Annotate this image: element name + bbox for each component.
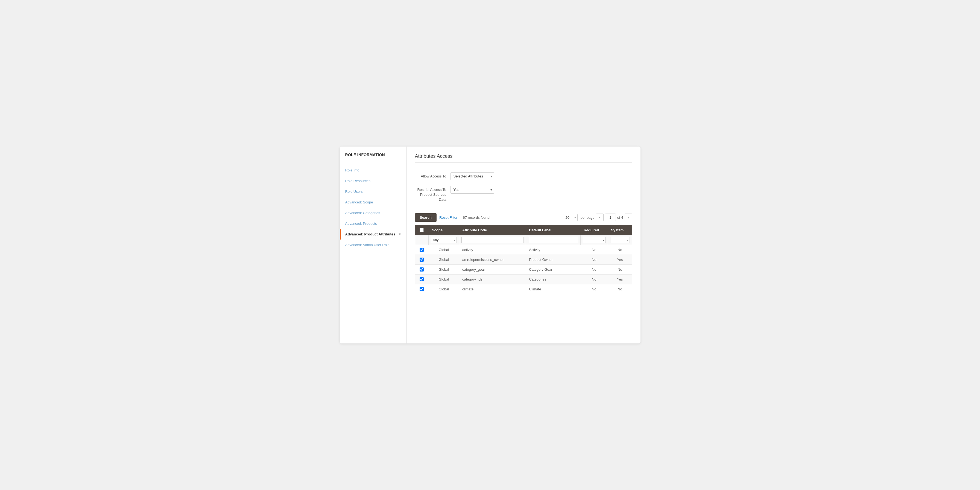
filter-scope-wrapper[interactable]: Any Global Website Store	[431, 237, 457, 243]
row-required: No	[580, 245, 608, 255]
row-scope: Global	[429, 245, 459, 255]
per-page-select-wrapper[interactable]: 20 50 100	[563, 214, 578, 221]
page-of-label: of 4	[617, 215, 623, 220]
row-checkbox[interactable]	[420, 277, 424, 282]
row-default-label: Climate	[526, 284, 580, 294]
form-section: Allow Access To All Attributes Selected …	[415, 167, 632, 213]
sidebar-link-advanced-product-attributes[interactable]: Advanced: Product Attributes ✏	[340, 229, 406, 240]
row-scope: Global	[429, 284, 459, 294]
filter-attrcode-input[interactable]	[461, 237, 523, 243]
sidebar-nav: Role Info Role Resources Role Users Adva…	[340, 162, 406, 253]
edit-icon: ✏	[399, 232, 401, 236]
row-checkbox-cell	[415, 274, 429, 284]
header-system: System	[608, 225, 632, 235]
table-row: Global activity Activity No No	[415, 245, 632, 255]
row-required: No	[580, 274, 608, 284]
sidebar: ROLE INFORMATION Role Info Role Resource…	[340, 146, 407, 344]
per-page-select[interactable]: 20 50 100	[563, 214, 578, 221]
table-header-row: Scope Attribute Code Default Label Requi…	[415, 225, 632, 235]
header-default-label: Default Label	[526, 225, 580, 235]
row-checkbox[interactable]	[420, 248, 424, 252]
row-required: No	[580, 284, 608, 294]
row-attr-code: activity	[459, 245, 526, 255]
filter-scope-select[interactable]: Any Global Website Store	[431, 237, 457, 243]
filter-system-wrapper[interactable]: Yes No	[610, 237, 630, 243]
row-scope: Global	[429, 274, 459, 284]
restrict-select-wrapper[interactable]: Yes No	[450, 186, 494, 194]
sidebar-link-role-info[interactable]: Role Info	[340, 165, 406, 175]
pagination: 20 50 100 per page ‹ of 4 ›	[563, 213, 632, 221]
row-checkbox-wrapper[interactable]	[418, 267, 425, 272]
row-attr-code: category_ids	[459, 274, 526, 284]
table-row: Global category_gear Category Gear No No	[415, 264, 632, 274]
sidebar-link-advanced-scope[interactable]: Advanced: Scope	[340, 197, 406, 208]
select-all-checkbox[interactable]	[420, 228, 424, 232]
filter-default-input[interactable]	[528, 237, 578, 243]
reset-filter-button[interactable]: Reset Filter	[439, 215, 457, 220]
sidebar-item-advanced-products[interactable]: Advanced: Products	[340, 218, 406, 229]
toolbar: Search Reset Filter 67 records found 20 …	[415, 213, 632, 222]
row-checkbox[interactable]	[420, 267, 424, 272]
row-checkbox[interactable]	[420, 258, 424, 262]
sidebar-link-advanced-admin-user-role[interactable]: Advanced: Admin User Role	[340, 240, 406, 250]
header-scope: Scope	[429, 225, 459, 235]
sidebar-item-role-info[interactable]: Role Info	[340, 165, 406, 175]
restrict-access-row: Restrict Access To Product Sources Data …	[415, 186, 632, 202]
sidebar-item-role-users[interactable]: Role Users	[340, 186, 406, 197]
filter-required-cell: Yes No	[580, 235, 608, 245]
row-required: No	[580, 264, 608, 274]
row-checkbox[interactable]	[420, 287, 424, 291]
sidebar-link-advanced-categories[interactable]: Advanced: Categories	[340, 208, 406, 218]
row-required: No	[580, 255, 608, 264]
filter-required-wrapper[interactable]: Yes No	[583, 237, 606, 243]
sidebar-item-advanced-scope[interactable]: Advanced: Scope	[340, 197, 406, 208]
table-row: Global climate Climate No No	[415, 284, 632, 294]
filter-scope-cell: Any Global Website Store	[429, 235, 459, 245]
restrict-access-label: Restrict Access To Product Sources Data	[415, 186, 450, 202]
row-attr-code: amrolepermissions_owner	[459, 255, 526, 264]
row-checkbox-cell	[415, 284, 429, 294]
sidebar-label-product-attributes: Advanced: Product Attributes	[345, 232, 396, 236]
row-scope: Global	[429, 255, 459, 264]
select-all-wrapper[interactable]	[418, 228, 425, 232]
filter-system-cell: Yes No	[608, 235, 632, 245]
sidebar-link-advanced-products[interactable]: Advanced: Products	[340, 218, 406, 229]
allow-access-label: Allow Access To	[415, 172, 450, 179]
table-body: Global activity Activity No No Global am…	[415, 245, 632, 294]
allow-access-select[interactable]: All Attributes Selected Attributes	[450, 172, 494, 180]
sidebar-item-role-resources[interactable]: Role Resources	[340, 175, 406, 186]
row-checkbox-wrapper[interactable]	[418, 248, 425, 252]
page-input[interactable]	[605, 213, 616, 221]
next-page-button[interactable]: ›	[625, 213, 632, 221]
row-checkbox-wrapper[interactable]	[418, 277, 425, 282]
header-required: Required	[580, 225, 608, 235]
filter-checkbox-cell	[415, 235, 429, 245]
filter-required-select[interactable]: Yes No	[583, 237, 606, 243]
row-default-label: Categories	[526, 274, 580, 284]
sidebar-link-role-resources[interactable]: Role Resources	[340, 175, 406, 186]
restrict-select[interactable]: Yes No	[450, 186, 494, 194]
allow-access-row: Allow Access To All Attributes Selected …	[415, 172, 632, 180]
row-checkbox-cell	[415, 245, 429, 255]
row-checkbox-wrapper[interactable]	[418, 258, 425, 262]
search-button[interactable]: Search	[415, 213, 437, 222]
row-attr-code: category_gear	[459, 264, 526, 274]
sidebar-item-advanced-admin-user-role[interactable]: Advanced: Admin User Role	[340, 240, 406, 250]
table-filter-row: Any Global Website Store	[415, 235, 632, 245]
row-system: Yes	[608, 274, 632, 284]
sidebar-item-advanced-product-attributes[interactable]: Advanced: Product Attributes ✏	[340, 229, 406, 240]
row-system: No	[608, 245, 632, 255]
row-checkbox-wrapper[interactable]	[418, 287, 425, 291]
filter-system-select[interactable]: Yes No	[610, 237, 630, 243]
sidebar-link-role-users[interactable]: Role Users	[340, 186, 406, 197]
sidebar-item-advanced-categories[interactable]: Advanced: Categories	[340, 208, 406, 218]
main-container: ROLE INFORMATION Role Info Role Resource…	[340, 146, 641, 344]
allow-access-select-wrapper[interactable]: All Attributes Selected Attributes	[450, 172, 494, 180]
row-default-label: Product Owner	[526, 255, 580, 264]
row-attr-code: climate	[459, 284, 526, 294]
prev-page-button[interactable]: ‹	[596, 213, 604, 221]
header-checkbox-cell	[415, 225, 429, 235]
page-title: Attributes Access	[415, 153, 632, 163]
restrict-access-control: Yes No	[450, 186, 632, 194]
row-system: Yes	[608, 255, 632, 264]
